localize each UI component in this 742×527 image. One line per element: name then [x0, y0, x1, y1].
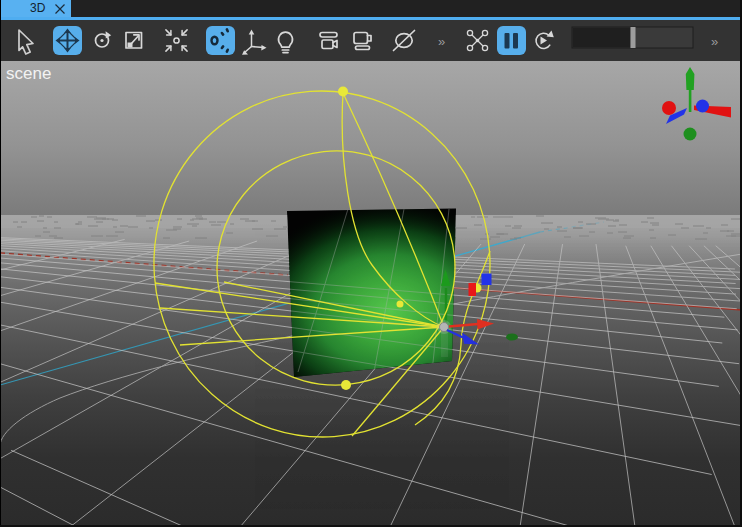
svg-text:»: » — [438, 34, 445, 49]
svg-text:»: » — [711, 34, 718, 49]
